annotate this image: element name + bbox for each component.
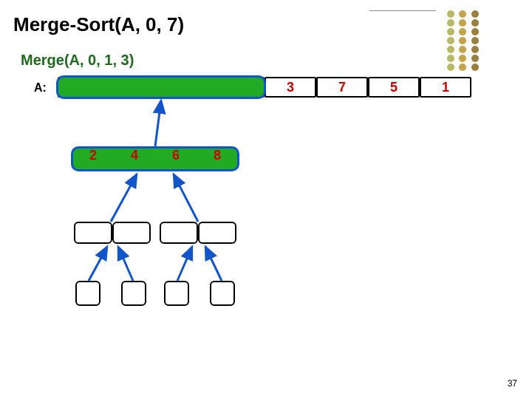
highlight-bar (71, 146, 239, 171)
empty-cell (112, 222, 151, 244)
svg-line-3 (89, 247, 107, 281)
subtitle: Merge(A, 0, 1, 3) (21, 52, 134, 69)
decorative-dots (447, 10, 480, 72)
leaf-cell (121, 281, 146, 306)
header-rule (369, 10, 436, 11)
empty-cell (198, 222, 236, 244)
svg-line-6 (205, 247, 222, 281)
page-title: Merge-Sort(A, 0, 7) (13, 13, 184, 36)
svg-line-5 (177, 247, 192, 281)
svg-line-1 (111, 174, 137, 222)
leaf-cell (164, 281, 189, 306)
svg-line-0 (155, 100, 161, 146)
array-cell: 7 (316, 77, 368, 98)
array-cell: 3 (265, 77, 316, 98)
svg-line-4 (118, 247, 133, 281)
empty-cell (74, 222, 112, 244)
svg-line-2 (174, 174, 198, 222)
array-cell: 5 (368, 77, 420, 98)
highlight-bar (56, 75, 266, 99)
empty-cell (160, 222, 198, 244)
leaf-cell (210, 281, 235, 306)
array-cell: 1 (420, 77, 471, 98)
leaf-cell (75, 281, 100, 306)
slide-number: 37 (508, 378, 517, 389)
array-label: A: (34, 81, 47, 95)
